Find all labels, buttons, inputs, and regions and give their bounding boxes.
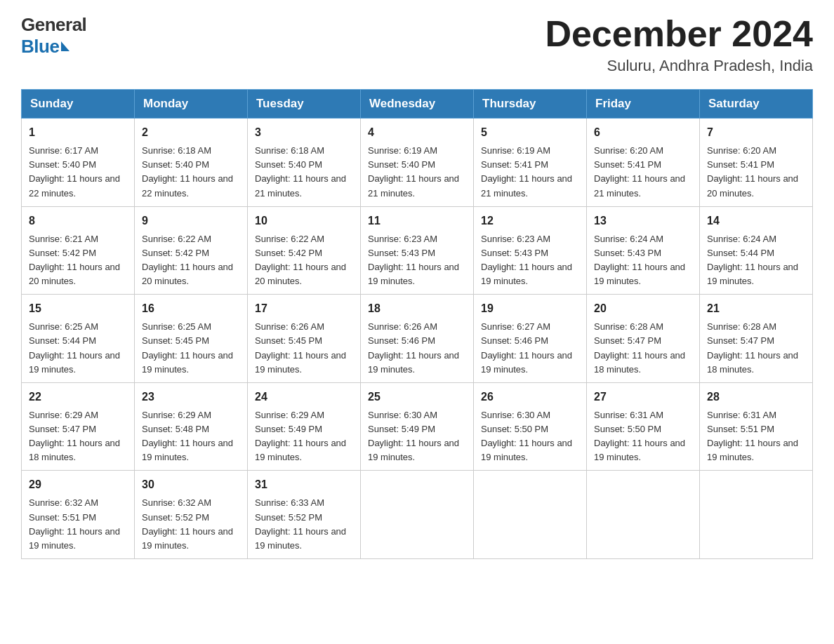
logo-text: General Blue [21,14,86,58]
calendar-day-cell: 15Sunrise: 6:25 AMSunset: 5:44 PMDayligh… [22,295,135,383]
day-number: 14 [707,213,805,229]
calendar-day-cell: 7Sunrise: 6:20 AMSunset: 5:41 PMDaylight… [700,119,813,207]
day-number: 30 [142,476,240,493]
day-number: 7 [707,124,805,141]
day-number: 8 [29,213,127,229]
day-number: 15 [29,300,127,317]
day-number: 3 [255,124,353,141]
calendar-day-cell: 27Sunrise: 6:31 AMSunset: 5:50 PMDayligh… [587,382,700,471]
calendar-day-cell: 17Sunrise: 6:26 AMSunset: 5:45 PMDayligh… [248,295,361,383]
page-header: General Blue December 2024 Suluru, Andhr… [21,14,813,75]
calendar-week-row: 8Sunrise: 6:21 AMSunset: 5:42 PMDaylight… [22,206,813,295]
calendar-day-cell [361,471,474,559]
day-number: 4 [368,124,466,141]
calendar-week-row: 1Sunrise: 6:17 AMSunset: 5:40 PMDaylight… [22,119,813,207]
calendar-day-cell: 12Sunrise: 6:23 AMSunset: 5:43 PMDayligh… [474,206,587,295]
weekday-header-monday: Monday [135,90,248,119]
calendar-day-cell: 23Sunrise: 6:29 AMSunset: 5:48 PMDayligh… [135,382,248,471]
day-number: 9 [142,213,240,229]
day-info: Sunrise: 6:22 AMSunset: 5:42 PMDaylight:… [142,234,233,286]
calendar-day-cell: 21Sunrise: 6:28 AMSunset: 5:47 PMDayligh… [700,295,813,383]
day-info: Sunrise: 6:23 AMSunset: 5:43 PMDaylight:… [481,234,572,286]
day-info: Sunrise: 6:20 AMSunset: 5:41 PMDaylight:… [707,145,798,198]
day-info: Sunrise: 6:30 AMSunset: 5:50 PMDaylight:… [481,410,572,462]
day-number: 18 [368,300,466,317]
logo-blue: Blue [21,36,59,58]
calendar-week-row: 15Sunrise: 6:25 AMSunset: 5:44 PMDayligh… [22,295,813,383]
day-info: Sunrise: 6:20 AMSunset: 5:41 PMDaylight:… [594,145,685,198]
day-number: 20 [594,300,692,317]
calendar-day-cell: 19Sunrise: 6:27 AMSunset: 5:46 PMDayligh… [474,295,587,383]
day-info: Sunrise: 6:25 AMSunset: 5:44 PMDaylight:… [29,321,120,374]
calendar-day-cell [474,471,587,559]
weekday-header-thursday: Thursday [474,90,587,119]
day-info: Sunrise: 6:31 AMSunset: 5:51 PMDaylight:… [707,410,798,462]
day-number: 28 [707,389,805,405]
day-info: Sunrise: 6:26 AMSunset: 5:46 PMDaylight:… [368,321,459,374]
calendar-week-row: 29Sunrise: 6:32 AMSunset: 5:51 PMDayligh… [22,471,813,559]
weekday-header-sunday: Sunday [22,90,135,119]
calendar-day-cell: 10Sunrise: 6:22 AMSunset: 5:42 PMDayligh… [248,206,361,295]
calendar-day-cell [587,471,700,559]
weekday-header-wednesday: Wednesday [361,90,474,119]
day-number: 2 [142,124,240,141]
day-number: 11 [368,213,466,229]
day-number: 17 [255,300,353,317]
calendar-day-cell: 26Sunrise: 6:30 AMSunset: 5:50 PMDayligh… [474,382,587,471]
day-number: 19 [481,300,579,317]
calendar-day-cell: 13Sunrise: 6:24 AMSunset: 5:43 PMDayligh… [587,206,700,295]
day-info: Sunrise: 6:22 AMSunset: 5:42 PMDaylight:… [255,234,346,286]
day-number: 27 [594,389,692,405]
weekday-header-saturday: Saturday [700,90,813,119]
title-section: December 2024 Suluru, Andhra Pradesh, In… [545,14,813,75]
location-subtitle: Suluru, Andhra Pradesh, India [545,57,813,75]
day-number: 12 [481,213,579,229]
day-info: Sunrise: 6:29 AMSunset: 5:49 PMDaylight:… [255,410,346,462]
calendar-day-cell: 9Sunrise: 6:22 AMSunset: 5:42 PMDaylight… [135,206,248,295]
calendar-day-cell: 5Sunrise: 6:19 AMSunset: 5:41 PMDaylight… [474,119,587,207]
month-title: December 2024 [545,14,813,54]
weekday-header-row: SundayMondayTuesdayWednesdayThursdayFrid… [22,90,813,119]
day-number: 16 [142,300,240,317]
day-number: 31 [255,476,353,493]
calendar-day-cell: 3Sunrise: 6:18 AMSunset: 5:40 PMDaylight… [248,119,361,207]
calendar-day-cell: 30Sunrise: 6:32 AMSunset: 5:52 PMDayligh… [135,471,248,559]
day-info: Sunrise: 6:32 AMSunset: 5:52 PMDaylight:… [142,497,233,550]
day-info: Sunrise: 6:17 AMSunset: 5:40 PMDaylight:… [29,145,120,198]
calendar-day-cell: 31Sunrise: 6:33 AMSunset: 5:52 PMDayligh… [248,471,361,559]
calendar-day-cell: 24Sunrise: 6:29 AMSunset: 5:49 PMDayligh… [248,382,361,471]
day-number: 13 [594,213,692,229]
day-number: 6 [594,124,692,141]
day-number: 22 [29,389,127,405]
day-info: Sunrise: 6:26 AMSunset: 5:45 PMDaylight:… [255,321,346,374]
calendar-day-cell: 18Sunrise: 6:26 AMSunset: 5:46 PMDayligh… [361,295,474,383]
day-number: 24 [255,389,353,405]
calendar-day-cell: 20Sunrise: 6:28 AMSunset: 5:47 PMDayligh… [587,295,700,383]
day-info: Sunrise: 6:28 AMSunset: 5:47 PMDaylight:… [707,321,798,374]
logo: General Blue [21,14,86,58]
day-info: Sunrise: 6:24 AMSunset: 5:43 PMDaylight:… [594,234,685,286]
day-info: Sunrise: 6:24 AMSunset: 5:44 PMDaylight:… [707,234,798,286]
day-info: Sunrise: 6:25 AMSunset: 5:45 PMDaylight:… [142,321,233,374]
day-number: 5 [481,124,579,141]
day-info: Sunrise: 6:19 AMSunset: 5:41 PMDaylight:… [481,145,572,198]
day-number: 29 [29,476,127,493]
calendar-day-cell: 25Sunrise: 6:30 AMSunset: 5:49 PMDayligh… [361,382,474,471]
day-info: Sunrise: 6:18 AMSunset: 5:40 PMDaylight:… [255,145,346,198]
day-info: Sunrise: 6:31 AMSunset: 5:50 PMDaylight:… [594,410,685,462]
day-number: 21 [707,300,805,317]
day-info: Sunrise: 6:33 AMSunset: 5:52 PMDaylight:… [255,497,346,550]
day-number: 1 [29,124,127,141]
calendar-week-row: 22Sunrise: 6:29 AMSunset: 5:47 PMDayligh… [22,382,813,471]
day-info: Sunrise: 6:29 AMSunset: 5:47 PMDaylight:… [29,410,120,462]
calendar-day-cell: 11Sunrise: 6:23 AMSunset: 5:43 PMDayligh… [361,206,474,295]
day-number: 23 [142,389,240,405]
calendar-table: SundayMondayTuesdayWednesdayThursdayFrid… [21,89,813,559]
day-info: Sunrise: 6:30 AMSunset: 5:49 PMDaylight:… [368,410,459,462]
day-number: 26 [481,389,579,405]
calendar-day-cell: 8Sunrise: 6:21 AMSunset: 5:42 PMDaylight… [22,206,135,295]
day-info: Sunrise: 6:18 AMSunset: 5:40 PMDaylight:… [142,145,233,198]
logo-arrow-icon [61,41,70,51]
weekday-header-friday: Friday [587,90,700,119]
calendar-day-cell: 14Sunrise: 6:24 AMSunset: 5:44 PMDayligh… [700,206,813,295]
